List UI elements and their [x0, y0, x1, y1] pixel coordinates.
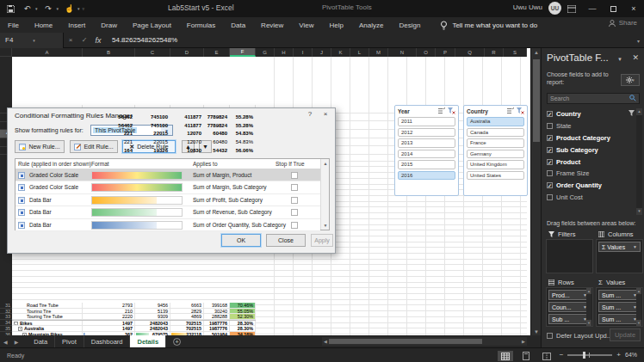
rows-chip-1[interactable]: Coun...▼: [548, 302, 591, 312]
slicer-year-item-2016[interactable]: 2016: [398, 171, 455, 181]
column-header-S[interactable]: S: [504, 48, 527, 57]
pivot-row-35[interactable]: Australia14972482043702515198777628.30%: [12, 326, 256, 332]
vertical-scrollbar[interactable]: ▲ ▼: [530, 48, 541, 337]
stop-if-true-checkbox[interactable]: [291, 209, 298, 216]
ribbon-tab-formulas[interactable]: Formulas: [179, 17, 223, 33]
column-header-J[interactable]: J: [313, 48, 331, 57]
ribbon-tab-file[interactable]: File: [0, 17, 27, 33]
undo-icon[interactable]: ↶: [22, 3, 33, 15]
column-header-G[interactable]: G: [256, 48, 275, 57]
rows-area-scrollbar[interactable]: ▲▼: [586, 288, 591, 326]
field-checkbox[interactable]: ✓: [547, 135, 553, 141]
ribbon-tab-insert[interactable]: Insert: [60, 17, 93, 33]
column-header-B[interactable]: B: [83, 48, 135, 57]
horizontal-scrollbar[interactable]: ◀ ▶: [322, 337, 527, 346]
sheet-nav-left-icon[interactable]: ◀: [0, 339, 11, 345]
rules-scrollbar[interactable]: ▲ ▼: [320, 159, 329, 230]
new-rule-button[interactable]: New Rule...: [15, 140, 65, 153]
ribbon-tab-page-layout[interactable]: Page Layout: [125, 17, 179, 33]
zoom-level[interactable]: 64%: [625, 352, 637, 358]
save-icon[interactable]: [5, 3, 16, 15]
field-item-product-category[interactable]: ✓Product Category: [547, 132, 635, 144]
pivot-row-34[interactable]: Bikes14972482043702515198777628.30%: [12, 320, 256, 326]
field-checkbox[interactable]: [547, 170, 553, 176]
touch-mode-caret-icon[interactable]: ▾: [77, 6, 80, 11]
cell-year[interactable]: 1987776: [204, 326, 230, 332]
values-chip-1[interactable]: Sum ...▼: [598, 302, 641, 312]
zoom-slider-thumb[interactable]: [583, 352, 585, 359]
customize-qat-icon[interactable]: ▿: [83, 6, 85, 11]
avatar[interactable]: UU: [548, 2, 561, 15]
share-button[interactable]: Share: [609, 19, 637, 27]
cell-revenue[interactable]: 5139: [135, 309, 170, 315]
column-header-O[interactable]: O: [417, 48, 436, 57]
field-item-frame-size[interactable]: Frame Size: [547, 168, 635, 180]
sheet-nav-right-icon[interactable]: ▶: [11, 339, 22, 345]
cell-label[interactable]: Touring Tire Tube: [12, 314, 83, 320]
field-list-scroll-down-icon[interactable]: ▼: [636, 208, 642, 215]
stop-if-true-checkbox[interactable]: [291, 172, 298, 179]
defer-layout-checkbox[interactable]: Defer Layout Upd...: [547, 332, 612, 340]
field-checkbox[interactable]: ✓: [547, 182, 553, 188]
search-input[interactable]: Search: [547, 93, 640, 104]
column-header-F[interactable]: F: [230, 48, 256, 57]
slicer-year-item-2013[interactable]: 2013: [398, 138, 455, 148]
column-header-H[interactable]: H: [275, 48, 294, 57]
rule-row-0[interactable]: Graded Color ScaleSum of Margin, Product: [15, 169, 320, 181]
rows-chip-2[interactable]: Sub ...▼: [548, 314, 591, 324]
zoom-slider[interactable]: [567, 354, 612, 356]
column-header-C[interactable]: C: [135, 48, 170, 57]
sheet-tab-details[interactable]: Details: [130, 335, 166, 347]
fields-pane-caret-icon[interactable]: ▼: [617, 57, 622, 62]
row-header-31[interactable]: 31: [0, 303, 12, 309]
multi-select-icon[interactable]: [507, 107, 514, 115]
column-header-M[interactable]: M: [369, 48, 388, 57]
cell-qty[interactable]: 2793: [83, 303, 135, 309]
dialog-help-button[interactable]: ?: [304, 110, 316, 120]
rule-row-2[interactable]: Data BarSum of Profit, Sub Category: [15, 194, 320, 206]
pivot-row-31[interactable]: Road Tire Tube27939456666339916870.46%: [12, 303, 256, 309]
column-header-D[interactable]: D: [170, 48, 204, 57]
cell-margin[interactable]: 28.30%: [230, 326, 256, 332]
ribbon-tab-data[interactable]: Data: [223, 17, 253, 33]
slicer-country-item-united-states[interactable]: United States: [467, 171, 524, 181]
cell-profit[interactable]: 702515: [170, 326, 204, 332]
tell-me-box[interactable]: Tell me what you want to do: [440, 21, 537, 30]
rule-applies-to[interactable]: Sum of Margin, Sub Category: [193, 184, 267, 190]
cell-margin[interactable]: 70.46%: [230, 303, 256, 309]
new-sheet-button[interactable]: +: [173, 338, 181, 346]
multi-select-icon[interactable]: [438, 107, 445, 115]
field-item-unit-cost[interactable]: Unit Cost: [547, 192, 635, 204]
field-checkbox[interactable]: ✓: [547, 147, 553, 153]
scroll-right-icon[interactable]: ▶: [520, 337, 527, 346]
page-break-view-icon[interactable]: [539, 351, 554, 361]
sheet-tab-pivot[interactable]: Pivot: [55, 335, 84, 347]
pivot-row-32[interactable]: Touring Tire210513928293024055.05%: [12, 309, 256, 315]
stop-if-true-checkbox[interactable]: [291, 184, 298, 191]
ribbon-tab-draw[interactable]: Draw: [93, 17, 125, 33]
ribbon-tab-home[interactable]: Home: [27, 17, 60, 33]
fields-pane-close-icon[interactable]: ✕: [632, 53, 639, 62]
slicer-country[interactable]: CountryAustraliaCanadaFranceGermanyUnite…: [463, 105, 528, 196]
cell-revenue[interactable]: 2482043: [135, 326, 170, 332]
fields-options-button[interactable]: ▾: [621, 74, 640, 86]
slicer-year-item-2015[interactable]: 2015: [398, 160, 455, 169]
field-checkbox[interactable]: ✓: [547, 159, 553, 165]
enter-icon[interactable]: ✓: [77, 36, 91, 44]
slicer-year-item-2011[interactable]: 2011: [398, 117, 455, 126]
cell-profit[interactable]: 2829: [170, 309, 204, 315]
restore-button[interactable]: [603, 0, 623, 17]
ribbon-tab-review[interactable]: Review: [253, 17, 291, 33]
insert-function-icon[interactable]: fx: [91, 36, 105, 45]
rule-row-1[interactable]: Graded Color ScaleSum of Margin, Sub Cat…: [15, 181, 320, 193]
cell-qty[interactable]: 2220: [83, 314, 135, 320]
slicer-year-item-2012[interactable]: 2012: [398, 128, 455, 138]
field-list-scrollbar[interactable]: ▲ ▼: [636, 108, 642, 215]
cell-profit[interactable]: 6663: [170, 303, 204, 309]
minimize-button[interactable]: —: [582, 0, 603, 17]
column-header-K[interactable]: K: [331, 48, 350, 57]
cell-qty[interactable]: 210: [83, 309, 135, 315]
rule-applies-to[interactable]: Sum of Revenue, Sub Category: [193, 209, 272, 215]
field-item-state[interactable]: State: [547, 120, 635, 132]
normal-view-icon[interactable]: [498, 351, 513, 361]
